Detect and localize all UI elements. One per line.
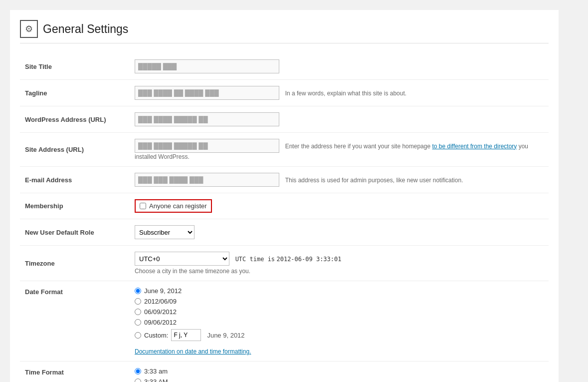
tagline-input[interactable]	[135, 86, 279, 100]
site-address-label: Site Address (URL)	[20, 133, 130, 167]
settings-page: ⚙ General Settings Site Title Tagline In…	[10, 10, 559, 382]
new-user-role-select[interactable]: Subscriber Contributor Author Editor Adm…	[135, 225, 195, 239]
time-format-label-2: 3:33 AM	[144, 378, 168, 382]
date-format-option-2: 2012/06/09	[135, 298, 544, 305]
tagline-hint: In a few words, explain what this site i…	[285, 90, 406, 97]
time-format-label: Time Format	[20, 362, 130, 382]
time-format-radio-2[interactable]	[135, 379, 141, 382]
settings-icon: ⚙	[20, 20, 38, 38]
date-format-radio-4[interactable]	[135, 319, 141, 326]
wp-address-input[interactable]	[135, 112, 279, 126]
email-input[interactable]	[135, 173, 279, 187]
membership-row: Membership Anyone can register	[20, 193, 549, 219]
date-format-custom-input[interactable]	[171, 329, 201, 341]
date-format-option-3: 06/09/2012	[135, 308, 544, 316]
site-title-label: Site Title	[20, 53, 130, 80]
utc-value: 2012-06-09 3:33:01	[276, 256, 341, 263]
date-format-custom-label: Custom:	[144, 332, 168, 339]
date-format-label-4: 09/06/2012	[144, 319, 177, 326]
date-format-option-4: 09/06/2012	[135, 319, 544, 326]
wp-address-label: WordPress Address (URL)	[20, 106, 130, 133]
timezone-label: Timezone	[20, 246, 130, 281]
settings-form: Site Title Tagline In a few words, expla…	[20, 53, 549, 382]
membership-label: Membership	[20, 193, 130, 219]
site-address-row: Site Address (URL) Enter the address her…	[20, 133, 549, 167]
date-format-label-1: June 9, 2012	[144, 287, 182, 295]
email-label: E-mail Address	[20, 167, 130, 193]
date-format-radio-2[interactable]	[135, 298, 141, 305]
date-format-radio-3[interactable]	[135, 309, 141, 315]
tagline-label: Tagline	[20, 80, 130, 106]
site-address-input[interactable]	[135, 139, 279, 153]
membership-checkbox-label[interactable]: Anyone can register	[149, 202, 207, 210]
site-title-input[interactable]	[135, 59, 279, 73]
timezone-row: Timezone UTC+0 UTC+1 UTC-1 UTC time is 2…	[20, 246, 549, 281]
time-format-radio-1[interactable]	[135, 368, 141, 375]
new-user-role-row: New User Default Role Subscriber Contrib…	[20, 219, 549, 246]
date-format-group: June 9, 2012 2012/06/09 06/09/2012	[135, 287, 544, 355]
timezone-select[interactable]: UTC+0 UTC+1 UTC-1	[135, 252, 229, 266]
date-format-option-1: June 9, 2012	[135, 287, 544, 295]
time-format-group: 3:33 am 3:33 AM 03:33 Custom:	[135, 368, 544, 382]
date-format-label: Date Format	[20, 281, 130, 362]
date-format-custom-preview: June 9, 2012	[207, 332, 244, 339]
date-format-doc-link[interactable]: Documentation on date and time formattin…	[135, 348, 544, 355]
site-title-row: Site Title	[20, 53, 549, 80]
date-format-label-3: 06/09/2012	[144, 308, 177, 316]
page-title: General Settings	[43, 22, 128, 36]
time-format-row: Time Format 3:33 am 3:33 AM	[20, 362, 549, 382]
date-format-label-2: 2012/06/09	[144, 298, 177, 305]
time-format-option-1: 3:33 am	[135, 368, 544, 375]
time-format-option-2: 3:33 AM	[135, 378, 544, 382]
date-format-option-custom: Custom: June 9, 2012	[135, 329, 544, 341]
tagline-row: Tagline In a few words, explain what thi…	[20, 80, 549, 106]
time-format-label-1: 3:33 am	[144, 368, 168, 375]
page-header: ⚙ General Settings	[20, 20, 549, 43]
date-format-radio-custom[interactable]	[135, 332, 141, 339]
membership-checkbox-container: Anyone can register	[135, 199, 212, 213]
utc-time-display: UTC time is 2012-06-09 3:33:01	[235, 256, 342, 263]
site-address-link[interactable]: to be different from the directory	[432, 143, 517, 150]
email-hint: This address is used for admin purposes,…	[285, 177, 463, 184]
timezone-hint: Choose a city in the same timezone as yo…	[135, 268, 544, 275]
email-row: E-mail Address This address is used for …	[20, 167, 549, 193]
wp-address-row: WordPress Address (URL)	[20, 106, 549, 133]
date-format-radio-1[interactable]	[135, 288, 141, 294]
new-user-role-label: New User Default Role	[20, 219, 130, 246]
date-format-row: Date Format June 9, 2012 2012/06/09	[20, 281, 549, 362]
anyone-can-register-checkbox[interactable]	[140, 203, 146, 209]
